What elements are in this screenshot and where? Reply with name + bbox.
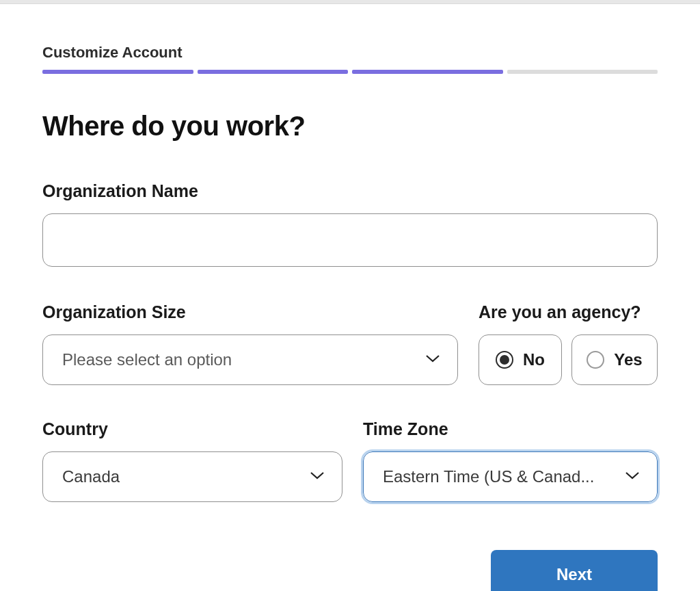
org-name-label: Organization Name [42,181,658,201]
org-size-value: Please select an option [62,350,232,369]
country-tz-row: Country Canada Time Zone Eastern Time (U… [42,419,658,502]
timezone-label: Time Zone [363,419,658,439]
agency-yes-label: Yes [614,350,642,369]
timezone-value: Eastern Time (US & Canad... [383,467,594,486]
country-select[interactable]: Canada [42,451,342,502]
progress-seg-1 [42,70,193,74]
progress-bar [42,70,658,74]
country-block: Country Canada [42,419,342,502]
form-container: Customize Account Where do you work? Org… [0,4,700,591]
step-label: Customize Account [42,44,658,62]
org-name-block: Organization Name [42,181,658,267]
progress-seg-3 [352,70,503,74]
timezone-block: Time Zone Eastern Time (US & Canad... [363,419,658,502]
next-button[interactable]: Next [491,550,658,591]
radio-icon [587,351,604,369]
org-size-block: Organization Size Please select an optio… [42,302,458,385]
agency-no-label: No [523,350,545,369]
org-name-input[interactable] [42,213,658,267]
progress-seg-2 [198,70,349,74]
agency-no-option[interactable]: No [479,334,562,385]
page-title: Where do you work? [42,111,658,142]
radio-icon [496,351,513,369]
country-value: Canada [62,467,120,486]
agency-label: Are you an agency? [479,302,658,322]
footer: Next [42,550,658,591]
timezone-select[interactable]: Eastern Time (US & Canad... [363,451,658,502]
agency-block: Are you an agency? No Yes [479,302,658,385]
org-size-select[interactable]: Please select an option [42,334,458,385]
org-size-agency-row: Organization Size Please select an optio… [42,302,658,385]
org-size-label: Organization Size [42,302,458,322]
progress-seg-4 [507,70,658,74]
agency-radio-group: No Yes [479,334,658,385]
country-label: Country [42,419,342,439]
agency-yes-option[interactable]: Yes [571,334,658,385]
